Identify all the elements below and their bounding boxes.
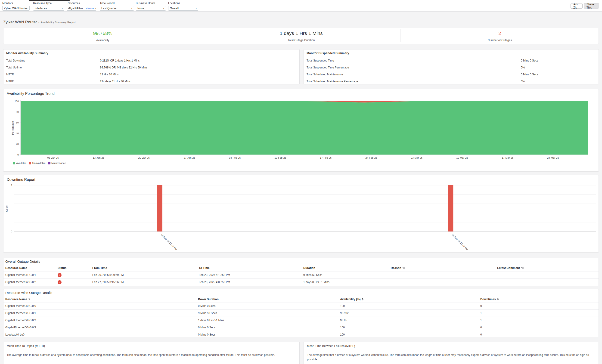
svg-text:27-Jan-25: 27-Jan-25 [184, 156, 195, 159]
filter-bar: Monitors Zylker WAN Router ▾ Resource Ty… [0, 0, 602, 11]
svg-text:20: 20 [16, 143, 19, 146]
resource-row: Loopback0-Lo0 0 Mins 0 Secs 100 0 [3, 331, 599, 338]
column-edit-icon[interactable] [402, 267, 405, 270]
availability-trend-chart: 10080604020006-Jan-2513-Jan-2520-Jan-252… [3, 98, 599, 162]
time-period-value: Last Quarter [101, 7, 117, 10]
cell-resource: GigabitEthernet0/2-Gi0/2 [5, 319, 198, 322]
svg-text:100: 100 [15, 100, 19, 103]
col-availability[interactable]: Availability (%) [340, 298, 480, 301]
sort-desc-icon[interactable] [28, 299, 30, 300]
business-hours-label: Business Hours [136, 2, 155, 5]
column-edit-icon[interactable] [521, 267, 524, 270]
sort-icon[interactable] [497, 298, 499, 301]
outage-row: GigabitEthernet0/2-Gi0/2 ↓ Feb 27, 2025 … [3, 279, 599, 286]
monitors-label: Monitors [2, 2, 13, 5]
legend-label: Maintenance [51, 162, 66, 165]
cell-downtimes: 0 [480, 304, 599, 308]
row-value: 0% [521, 66, 599, 69]
legend-item-unavailable[interactable]: Unavailable [29, 162, 45, 165]
resource-row: GigabitEthernet0/3-Gi0/3 0 Mins 0 Secs 1… [3, 324, 599, 331]
availability-trend-title: Availability Percentage Trend [7, 92, 54, 96]
cell-availability: 100 [340, 326, 480, 329]
svg-text:Percentage: Percentage [11, 121, 14, 135]
resources-select[interactable]: GigabitEther... 4 more ▾ [67, 6, 96, 11]
col-latest-comment[interactable]: Latest Comment [497, 266, 599, 270]
outage-count-label: Number of Outages [400, 39, 599, 42]
mttr-description: The average time to repair a device or a… [3, 350, 299, 360]
row-label: Total Suspended Time Percentage [304, 66, 521, 69]
svg-text:13-Jan-25: 13-Jan-25 [93, 156, 104, 159]
row-label: MTBF [3, 80, 100, 83]
svg-text:Count: Count [5, 205, 8, 212]
legend-label: Unavailable [32, 162, 45, 165]
col-downtimes-label: Downtimes [480, 298, 496, 301]
chevron-down-icon: ▾ [194, 7, 197, 10]
summary-row: Total Downtime 0.232% OR 1 days 1 Hrs 1 … [3, 57, 299, 64]
summary-row: Total Suspended Time 0 Mins 0 Secs [304, 57, 599, 64]
resources-label: Resources [67, 2, 80, 5]
downtime-bar[interactable] [157, 185, 162, 231]
legend-swatch [29, 162, 31, 165]
mttr-info-panel: Mean Time To Repair (MTTR) The average t… [3, 342, 300, 364]
svg-text:03-Mar-25: 03-Mar-25 [411, 156, 423, 159]
col-resource-name[interactable]: Resource Name [5, 298, 198, 301]
row-value: 12 Hrs 30 Mins [100, 73, 299, 76]
outage-duration-label: Total Outage Duration [202, 39, 400, 42]
resource-type-select[interactable]: Interfaces ▾ [33, 6, 64, 11]
sort-icon[interactable] [362, 298, 364, 301]
cell-duration: 1 days 0 Hrs 51 Mins [303, 281, 391, 284]
row-value: 0.232% OR 1 days 1 Hrs 1 Mins [100, 59, 299, 62]
cell-downtimes: 1 [480, 319, 599, 322]
cell-resource: GigabitEthernet0/0-Gi0/0 [5, 304, 198, 308]
cell-to: Feb 28, 2025 4:05:59 PM [199, 281, 303, 284]
summary-row: MTBF 224 days 11 Hrs 30 Mins [3, 78, 299, 85]
locations-label: Locations [168, 2, 180, 5]
col-reason[interactable]: Reason [391, 266, 497, 270]
legend-item-maintenance[interactable]: Maintenance [48, 162, 66, 165]
resource-row: GigabitEthernet0/0-Gi0/0 0 Mins 0 Secs 1… [3, 302, 599, 309]
cell-resource: GigabitEthernet0/3-Gi0/3 [5, 326, 198, 329]
cell-downtimes: 0 [480, 326, 599, 329]
share-this-button[interactable]: Share This [584, 3, 599, 9]
downtime-bar[interactable] [448, 185, 453, 231]
col-downtimes[interactable]: Downtimes [480, 298, 599, 301]
business-hours-select[interactable]: None ▾ [136, 6, 166, 11]
resource-row: GigabitEthernet0/2-Gi0/2 1 days 0 Hrs 51… [3, 317, 599, 324]
monitors-select[interactable]: Zylker WAN Router ▾ [2, 6, 30, 11]
outage-count-card: 2 Number of Outages [400, 28, 599, 44]
downtime-bar-label: 16-Feb-25 12:00 AM [160, 233, 178, 251]
resources-more-link[interactable]: 4 more [86, 7, 94, 10]
resource-outage-details-panel: Resource-wise Outage Details Resource Na… [3, 289, 599, 337]
cell-from: Feb 20, 2025 5:09:59 PM [92, 273, 199, 277]
cell-resource: GigabitEthernet0/1-Gi0/1 [5, 273, 58, 277]
svg-text:40: 40 [16, 132, 19, 135]
status-down-icon: ↓ [58, 273, 62, 277]
ask-zia-button[interactable]: Ask Zia [570, 3, 582, 9]
row-value: 224 days 11 Hrs 30 Mins [100, 80, 299, 83]
col-from-time: From Time [92, 266, 199, 270]
legend-item-available[interactable]: Available [13, 162, 26, 165]
row-value: 0 Mins 0 Secs [521, 73, 599, 76]
cell-from: Feb 27, 2025 3:15:06 PM [92, 281, 199, 284]
locations-select[interactable]: Overall ▾ [168, 6, 198, 11]
mtbf-info-panel: Mean Time Between Failures (MTBF) The av… [303, 342, 599, 364]
col-status: Status [58, 266, 92, 270]
time-period-select[interactable]: Last Quarter ▾ [100, 6, 134, 11]
legend-swatch [48, 162, 50, 165]
business-hours-value: None [137, 7, 144, 10]
row-label: Total Scheduled Maintenance [304, 73, 521, 76]
cell-down-duration: 9 Mins 59 Secs [198, 312, 340, 315]
available-area [21, 101, 588, 155]
svg-text:10-Mar-25: 10-Mar-25 [456, 156, 468, 159]
monitor-availability-summary: Monitor Availability Summary Total Downt… [3, 49, 300, 84]
col-reason-label: Reason [391, 266, 401, 270]
legend-swatch [13, 162, 15, 165]
monitors-value: Zylker WAN Router [4, 7, 28, 10]
cell-down-duration: 0 Mins 0 Secs [198, 304, 340, 308]
row-value: 0 Mins 0 Secs [521, 59, 599, 62]
svg-text:17-Feb-25: 17-Feb-25 [320, 156, 332, 159]
row-label: Total Uptime [3, 66, 100, 69]
svg-text:24-Feb-25: 24-Feb-25 [365, 156, 377, 159]
svg-text:03-Feb-25: 03-Feb-25 [229, 156, 241, 159]
top-tab-indicator [29, 0, 70, 1]
